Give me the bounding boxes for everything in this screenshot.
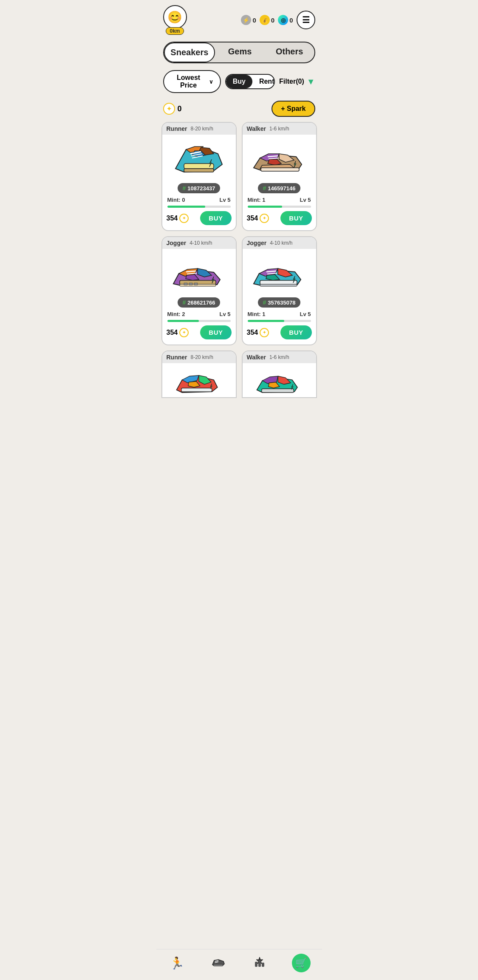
sneaker-card-3: Jogger 4-10 km/h # 357635078 Mint — [242, 236, 317, 345]
partial-image-0 — [162, 363, 236, 397]
partial-card-0: Runner 8-20 km/h — [161, 350, 237, 398]
rent-button[interactable]: Rent — [252, 75, 275, 88]
price-icon-1: ✦ — [260, 214, 269, 223]
svg-rect-27 — [194, 283, 198, 285]
card-image-1 — [243, 135, 316, 181]
progress-bar-1 — [248, 206, 311, 208]
level-label-1: Lv 5 — [300, 197, 311, 203]
progress-fill-1 — [248, 206, 283, 208]
card-speed-0: 8-20 km/h — [191, 126, 213, 132]
card-price-2: 354 ✦ — [167, 328, 189, 337]
filter-button[interactable]: Filter(0) ▼ — [279, 77, 315, 87]
sort-button[interactable]: Lowest Price ∨ — [163, 70, 221, 93]
hash-icon-1: # — [263, 185, 266, 192]
avatar-image: 😊 — [163, 5, 187, 29]
sneaker-card-2: Jogger 4-10 km/h # — [161, 236, 237, 345]
buy-rent-toggle: Buy Rent — [225, 74, 275, 89]
buy-sneaker-2-button[interactable]: BUY — [200, 325, 231, 339]
token-icon: ◎ — [278, 15, 288, 25]
spark-row: ✦ 0 + Spark — [156, 99, 322, 122]
level-label-2: Lv 5 — [219, 311, 230, 317]
avatar-wrap[interactable]: 😊 0km — [163, 5, 187, 35]
mint-label-0: Mint: 0 — [167, 197, 185, 203]
svg-rect-50 — [262, 389, 294, 393]
progress-fill-2 — [167, 320, 199, 322]
mint-label-3: Mint: 1 — [248, 311, 266, 317]
spark-count: ✦ 0 — [163, 103, 182, 115]
price-icon-3: ✦ — [260, 328, 269, 337]
filter-row: Lowest Price ∨ Buy Rent Filter(0) ▼ — [156, 67, 322, 99]
card-image-0 — [162, 135, 236, 181]
partial-header-0: Runner 8-20 km/h — [162, 351, 236, 363]
card-speed-1: 1-6 km/h — [269, 126, 289, 132]
progress-bar-3 — [248, 320, 311, 322]
buy-button[interactable]: Buy — [226, 75, 252, 88]
card-id-0: # 108723437 — [178, 183, 221, 193]
header-right: ⚡ 0 💰 0 ◎ 0 ☰ — [241, 11, 315, 29]
menu-icon: ☰ — [302, 15, 310, 25]
header: 😊 0km ⚡ 0 💰 0 ◎ 0 ☰ — [156, 0, 322, 38]
tab-others[interactable]: Others — [265, 42, 314, 62]
sneaker-card-0: Runner 8-20 km/h # 108723437 — [161, 122, 237, 231]
progress-bar-2 — [167, 320, 231, 322]
card-header-3: Jogger 4-10 km/h — [243, 237, 316, 249]
progress-fill-3 — [248, 320, 284, 322]
currency-speed: ⚡ 0 — [241, 15, 256, 25]
card-type-0: Runner — [167, 125, 187, 132]
tab-gems[interactable]: Gems — [215, 42, 265, 62]
card-stats-2: Mint: 2 Lv 5 — [162, 309, 236, 318]
currency-coin: 💰 0 — [260, 15, 274, 25]
card-type-3: Jogger — [247, 240, 267, 246]
card-type-1: Walker — [247, 125, 266, 132]
card-footer-1: 354 ✦ BUY — [243, 211, 316, 225]
card-stats-3: Mint: 1 Lv 5 — [243, 309, 316, 318]
sort-arrow-icon: ∨ — [209, 79, 213, 85]
buy-sneaker-0-button[interactable]: BUY — [200, 211, 231, 225]
card-type-2: Jogger — [167, 240, 187, 246]
card-stats-0: Mint: 0 Lv 5 — [162, 195, 236, 204]
tab-sneakers[interactable]: Sneakers — [164, 42, 215, 62]
card-header-2: Jogger 4-10 km/h — [162, 237, 236, 249]
filter-funnel-icon: ▼ — [307, 77, 315, 87]
card-price-0: 354 ✦ — [167, 214, 189, 223]
price-icon-0: ✦ — [179, 214, 189, 223]
hash-icon-2: # — [183, 299, 186, 306]
partial-image-1 — [243, 363, 316, 397]
spark-currency-icon: ✦ — [163, 103, 175, 115]
card-image-3 — [243, 249, 316, 296]
buy-sneaker-1-button[interactable]: BUY — [280, 211, 311, 225]
mint-label-2: Mint: 2 — [167, 311, 185, 317]
card-price-1: 354 ✦ — [247, 214, 269, 223]
partial-header-1: Walker 1-6 km/h — [243, 351, 316, 363]
menu-button[interactable]: ☰ — [297, 11, 315, 29]
svg-rect-15 — [261, 168, 299, 171]
card-price-3: 354 ✦ — [247, 328, 269, 337]
svg-rect-5 — [184, 169, 214, 172]
card-header-0: Runner 8-20 km/h — [162, 123, 236, 135]
progress-fill-0 — [167, 206, 205, 208]
card-footer-2: 354 ✦ BUY — [162, 325, 236, 339]
buy-sneaker-3-button[interactable]: BUY — [280, 325, 311, 339]
sneakers-grid: Runner 8-20 km/h # 108723437 — [156, 122, 322, 350]
svg-rect-44 — [181, 388, 212, 392]
progress-bar-0 — [167, 206, 231, 208]
currency-token: ◎ 0 — [278, 15, 293, 25]
card-id-1: # 146597146 — [258, 183, 301, 193]
avatar-badge: 0km — [166, 27, 184, 35]
partial-speed-1: 1-6 km/h — [269, 354, 289, 360]
spark-button[interactable]: + Spark — [272, 101, 315, 117]
card-image-2 — [162, 249, 236, 296]
level-label-0: Lv 5 — [219, 197, 230, 203]
svg-rect-26 — [189, 283, 192, 285]
tabs: Sneakers Gems Others — [163, 42, 315, 63]
hash-icon-0: # — [183, 185, 186, 192]
card-speed-2: 4-10 km/h — [190, 240, 212, 246]
card-header-1: Walker 1-6 km/h — [243, 123, 316, 135]
partial-type-0: Runner — [167, 354, 187, 361]
svg-rect-4 — [184, 164, 214, 169]
level-label-3: Lv 5 — [300, 311, 311, 317]
card-id-2: # 268621766 — [178, 297, 221, 308]
sneaker-card-1: Walker 1-6 km/h # 146597146 Mint: — [242, 122, 317, 231]
partial-type-1: Walker — [247, 354, 266, 361]
card-footer-0: 354 ✦ BUY — [162, 211, 236, 225]
